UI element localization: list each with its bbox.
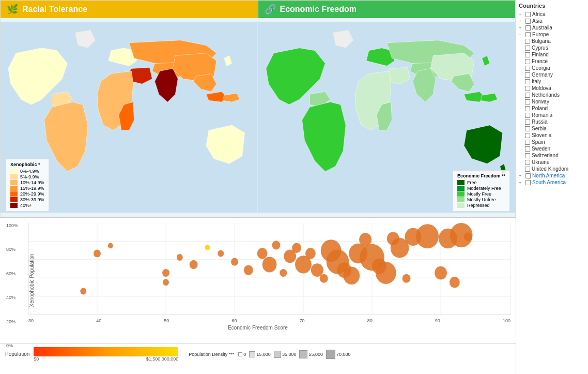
density-item-4: 70,000 xyxy=(326,350,351,359)
y-tick-4: 20% xyxy=(6,319,18,324)
x-tick-1: 40 xyxy=(96,318,101,323)
freedom-legend-color-0 xyxy=(457,180,465,185)
freedom-legend: Economic Freedom ** Free Moderately Free… xyxy=(453,170,510,212)
expand-icon-europe: − xyxy=(519,32,524,37)
sidebar-item-netherlands[interactable]: Netherlands xyxy=(519,92,585,98)
sidebar-item-switzerland[interactable]: Switzerland xyxy=(519,152,585,159)
legend-item-6: 40%+ xyxy=(10,203,44,208)
svg-point-31 xyxy=(280,269,287,277)
sidebar-item-africa[interactable]: + Africa xyxy=(519,11,585,18)
sidebar-item-asia[interactable]: + Asia xyxy=(519,18,585,24)
tolerance-map-body: Xenophobic * 0%-4.9% 5%-9.9% 10%-14.9% xyxy=(1,18,258,217)
svg-point-41 xyxy=(343,267,360,285)
checkbox-slovenia[interactable] xyxy=(525,133,530,138)
freedom-header: 🔗 Economic Freedom xyxy=(258,1,516,18)
sidebar-item-italy[interactable]: Italy xyxy=(519,78,585,85)
x-tick-5: 80 xyxy=(367,318,373,323)
checkbox-norway[interactable] xyxy=(525,99,530,104)
sidebar-item-moldova[interactable]: Moldova xyxy=(519,85,585,92)
checkbox-france[interactable] xyxy=(525,59,530,64)
sidebar-item-north-america[interactable]: + North America xyxy=(519,172,585,179)
checkbox-switzerland[interactable] xyxy=(525,153,530,158)
checkbox-russia[interactable] xyxy=(525,119,530,125)
y-tick-3: 40% xyxy=(6,295,18,300)
label-romania: Romania xyxy=(532,112,552,118)
label-germany: Germany xyxy=(532,72,553,78)
checkbox-moldova[interactable] xyxy=(525,86,530,91)
sidebar-item-uk[interactable]: United Kingdom xyxy=(519,166,585,172)
svg-point-27 xyxy=(244,265,253,275)
density-items: 0 15,000 35,000 55,000 70,000 xyxy=(238,350,350,359)
density-label-1: 15,000 xyxy=(256,352,271,357)
checkbox-italy[interactable] xyxy=(525,79,530,84)
checkbox-sweden[interactable] xyxy=(525,146,530,152)
sidebar-item-cyprus[interactable]: Cyprus xyxy=(519,44,585,51)
svg-point-19 xyxy=(80,288,86,295)
sidebar-item-bulgaria[interactable]: Bulgaria xyxy=(519,38,585,44)
checkbox-africa[interactable] xyxy=(525,12,531,17)
checkbox-ukraine[interactable] xyxy=(525,160,530,165)
checkbox-finland[interactable] xyxy=(525,52,530,57)
freedom-legend-color-3 xyxy=(457,197,465,202)
checkbox-north-america[interactable] xyxy=(525,173,531,178)
density-item-1: 15,000 xyxy=(249,351,271,357)
sidebar-item-romania[interactable]: Romania xyxy=(519,112,585,118)
freedom-title: Economic Freedom xyxy=(280,5,357,14)
checkbox-georgia[interactable] xyxy=(525,66,530,71)
legend-color-4 xyxy=(10,191,18,197)
sidebar-item-slovenia[interactable]: Slovenia xyxy=(519,132,585,139)
svg-point-49 xyxy=(403,274,411,283)
sidebar-item-finland[interactable]: Finland xyxy=(519,51,585,58)
legend-label-5: 30%-39.9% xyxy=(20,197,44,202)
tolerance-legend-title: Xenophobic * xyxy=(10,162,44,167)
sidebar-title: Countries xyxy=(519,3,585,9)
sidebar-item-germany[interactable]: Germany xyxy=(519,71,585,78)
sidebar-item-europe[interactable]: − Europe xyxy=(519,31,585,38)
freedom-legend-label-2: Mostly Free xyxy=(467,191,491,197)
sidebar-item-georgia[interactable]: Georgia xyxy=(519,65,585,71)
checkbox-poland[interactable] xyxy=(525,106,530,111)
sidebar-item-russia[interactable]: Russia xyxy=(519,118,585,125)
checkbox-europe[interactable] xyxy=(525,32,531,37)
svg-point-22 xyxy=(177,254,183,261)
svg-point-17 xyxy=(94,249,101,257)
sidebar-item-norway[interactable]: Norway xyxy=(519,98,585,105)
checkbox-asia[interactable] xyxy=(525,19,531,24)
checkbox-serbia[interactable] xyxy=(525,126,530,131)
legend-color-6 xyxy=(10,203,18,208)
legend-label-2: 10%-14.9% xyxy=(20,180,44,185)
sidebar-item-australia[interactable]: + Australia xyxy=(519,24,585,31)
checkbox-cyprus[interactable] xyxy=(525,46,530,51)
svg-point-23 xyxy=(190,260,198,269)
legend-color-3 xyxy=(10,186,18,191)
checkbox-netherlands[interactable] xyxy=(525,93,530,98)
pop-end-label: $1,500,000,000 xyxy=(146,356,179,362)
legend-label-3: 15%-19.9% xyxy=(20,186,44,191)
y-tick-1: 80% xyxy=(6,247,18,252)
checkbox-bulgaria[interactable] xyxy=(525,39,530,44)
checkbox-spain[interactable] xyxy=(525,140,530,145)
checkbox-romania[interactable] xyxy=(525,113,530,118)
checkbox-uk[interactable] xyxy=(525,167,530,172)
freedom-icon: 🔗 xyxy=(265,4,276,15)
sidebar-item-ukraine[interactable]: Ukraine xyxy=(519,159,585,166)
sidebar-item-spain[interactable]: Spain xyxy=(519,139,585,145)
freedom-map-panel: 🔗 Economic Freedom xyxy=(258,0,516,217)
label-north-america: North America xyxy=(532,173,565,178)
sidebar-item-sweden[interactable]: Sweden xyxy=(519,145,585,152)
svg-point-18 xyxy=(108,243,113,249)
checkbox-germany[interactable] xyxy=(525,72,530,78)
density-label: Population Density *** xyxy=(189,352,234,357)
sidebar-item-south-america[interactable]: + South America xyxy=(519,179,585,186)
sidebar-item-serbia[interactable]: Serbia xyxy=(519,125,585,132)
sidebar-item-france[interactable]: France xyxy=(519,58,585,65)
label-uk: United Kingdom xyxy=(532,166,568,172)
freedom-legend-label-3: Mostly Unfree xyxy=(467,197,496,202)
checkbox-south-america[interactable] xyxy=(525,180,531,185)
label-russia: Russia xyxy=(532,119,548,125)
x-tick-4: 70 xyxy=(300,318,305,323)
checkbox-australia[interactable] xyxy=(525,25,531,31)
freedom-legend-item-4: Repressed xyxy=(457,203,505,208)
density-section: Population Density *** 0 15,000 35,000 5… xyxy=(189,350,350,359)
sidebar-item-poland[interactable]: Poland xyxy=(519,105,585,112)
